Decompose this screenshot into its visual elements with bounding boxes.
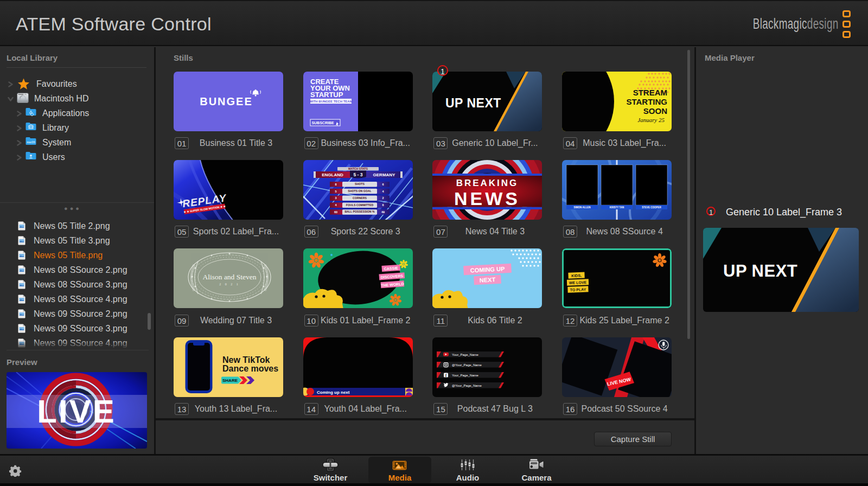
svg-text:SOON: SOON bbox=[643, 106, 667, 116]
svg-text:WE LOVE: WE LOVE bbox=[569, 280, 587, 285]
svg-text:STARTUP: STARTUP bbox=[310, 91, 343, 99]
svg-text:TO PLAY: TO PLAY bbox=[570, 287, 586, 292]
svg-text:SHOTS ON GOAL: SHOTS ON GOAL bbox=[348, 189, 372, 193]
svg-text:New TikTok: New TikTok bbox=[222, 355, 270, 364]
svg-text:Your_Page_Name: Your_Page_Name bbox=[452, 353, 478, 356]
svg-text:ENGLAND: ENGLAND bbox=[322, 172, 343, 177]
svg-text:UP NEXT: UP NEXT bbox=[723, 261, 797, 280]
svg-text:STARTING: STARTING bbox=[627, 97, 668, 106]
svg-text:macOS: macOS bbox=[27, 141, 35, 144]
svg-text:49: 49 bbox=[381, 210, 385, 214]
svg-text:BREAKING: BREAKING bbox=[456, 178, 519, 188]
svg-text:60: 60 bbox=[334, 210, 337, 214]
svg-text:STEVE COOPER: STEVE COOPER bbox=[642, 206, 661, 209]
svg-text:6: 6 bbox=[382, 183, 384, 186]
svg-text:SHOTS: SHOTS bbox=[355, 182, 365, 186]
svg-text:SIMON ALLEN: SIMON ALLEN bbox=[574, 206, 591, 209]
svg-text:8: 8 bbox=[335, 183, 336, 186]
svg-text:KRISTY TAN: KRISTY TAN bbox=[610, 206, 624, 209]
svg-text:GERMANY: GERMANY bbox=[373, 172, 395, 177]
svg-text:@Your_Page_Name: @Your_Page_Name bbox=[452, 383, 482, 387]
svg-text:Alison and Steven: Alison and Steven bbox=[203, 273, 257, 281]
svg-text:SUBSCRIBE: SUBSCRIBE bbox=[311, 121, 334, 125]
svg-text:5: 5 bbox=[335, 189, 336, 193]
svg-text:Your_Page_Name: Your_Page_Name bbox=[452, 373, 478, 376]
svg-text:BALL POSSESSION %: BALL POSSESSION % bbox=[344, 210, 375, 213]
svg-text:3: 3 bbox=[335, 196, 336, 200]
svg-text:2: 2 bbox=[382, 196, 384, 200]
svg-text:2 0 2 1: 2 0 2 1 bbox=[219, 283, 240, 286]
svg-text:BUNGEE: BUNGEE bbox=[200, 95, 253, 107]
svg-text:NEXT: NEXT bbox=[480, 277, 496, 284]
svg-text:@Your_Page_Name: @Your_Page_Name bbox=[452, 363, 482, 366]
svg-text:SHARE: SHARE bbox=[222, 378, 238, 383]
svg-text:UP NEXT: UP NEXT bbox=[445, 96, 501, 110]
svg-text:CORNERS: CORNERS bbox=[353, 196, 367, 200]
svg-text:5 - 3: 5 - 3 bbox=[353, 171, 362, 177]
svg-text:MATCH STATS: MATCH STATS bbox=[348, 167, 368, 170]
svg-text:WITH BUNGEE TECH TEAM: WITH BUNGEE TECH TEAM bbox=[309, 100, 352, 103]
svg-text:January 25: January 25 bbox=[637, 117, 665, 123]
svg-text:6: 6 bbox=[382, 203, 384, 207]
svg-text:STREAM: STREAM bbox=[633, 88, 667, 97]
svg-text:NEWS: NEWS bbox=[454, 188, 520, 209]
svg-text:Dance moves: Dance moves bbox=[222, 364, 278, 373]
svg-text:LIVE: LIVE bbox=[37, 393, 116, 430]
svg-text:Coming up next: Coming up next bbox=[317, 389, 350, 394]
svg-text:FOULS COMMITTED: FOULS COMMITTED bbox=[346, 203, 373, 206]
